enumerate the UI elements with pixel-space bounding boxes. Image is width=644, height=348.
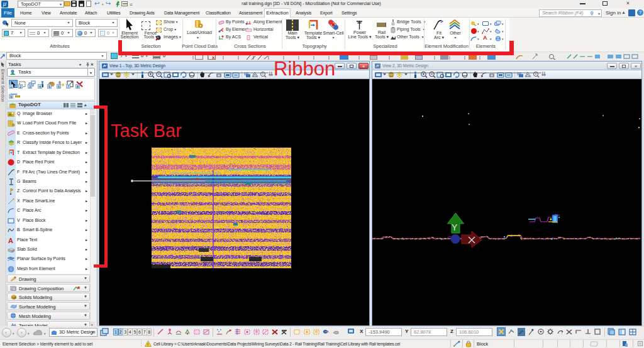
- svg-text:Y: Y: [452, 222, 458, 232]
- svg-text:A: A: [8, 237, 13, 244]
- svg-text:!: !: [147, 342, 148, 347]
